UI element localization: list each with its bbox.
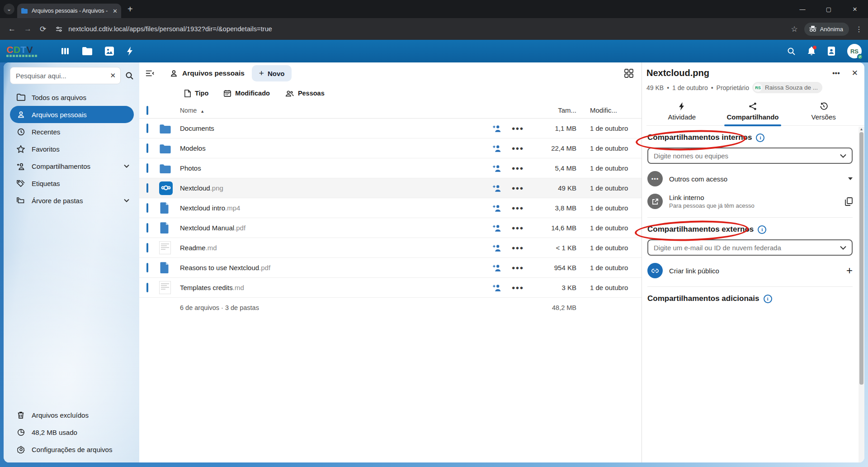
forward-icon[interactable]: →	[24, 24, 32, 33]
cdtv-logo[interactable]: CDTV	[6, 45, 42, 57]
files-app-icon[interactable]	[82, 47, 92, 55]
create-public-link-row[interactable]: Criar link público +	[647, 263, 853, 278]
internal-share-text-input[interactable]	[654, 152, 840, 160]
share-button[interactable]	[487, 144, 507, 152]
row-checkbox[interactable]	[146, 143, 148, 153]
browser-menu-icon[interactable]: ⋮	[855, 25, 863, 33]
others-with-access-row[interactable]: ••• Outros com acesso	[647, 171, 853, 186]
bookmark-star-icon[interactable]: ☆	[791, 24, 797, 34]
table-row[interactable]: Nextcloud.png●●●49 KB1 de outubro	[139, 178, 642, 198]
window-maximize-button[interactable]: ▢	[816, 0, 842, 18]
new-button[interactable]: + Novo	[252, 65, 292, 81]
sidebar-item-shares[interactable]: Compartilhamentos	[10, 157, 134, 175]
table-row[interactable]: Modelos●●●22,4 MB1 de outubro	[139, 138, 642, 158]
chevron-down-icon[interactable]	[124, 164, 129, 168]
add-link-icon[interactable]: +	[846, 264, 853, 277]
share-button[interactable]	[487, 164, 507, 172]
table-row[interactable]: Nextcloud Manual.pdf●●●14,6 MB1 de outub…	[139, 218, 642, 238]
search-icon[interactable]	[125, 71, 134, 80]
sidebar-item-quota[interactable]: 48,2 MB usado	[10, 424, 134, 441]
share-button[interactable]	[487, 224, 507, 232]
table-row[interactable]: Documents●●●1,1 MB1 de outubro	[139, 119, 642, 138]
info-icon[interactable]: i	[758, 225, 766, 234]
row-actions-icon[interactable]: ●●●	[507, 244, 528, 251]
row-actions-icon[interactable]: ●●●	[507, 205, 528, 211]
row-checkbox[interactable]	[146, 203, 148, 213]
file-name[interactable]: Photos	[180, 164, 487, 172]
notifications-bell-icon[interactable]	[807, 47, 816, 56]
row-actions-icon[interactable]: ●●●	[507, 284, 528, 291]
site-info-icon[interactable]	[55, 25, 63, 33]
incognito-badge[interactable]: Anônima	[804, 23, 849, 36]
column-name[interactable]: Nome▲	[180, 107, 487, 114]
share-button[interactable]	[487, 124, 507, 133]
column-modified[interactable]: Modific...	[578, 106, 642, 114]
row-checkbox[interactable]	[146, 243, 148, 253]
url-text[interactable]: nextcloud.cdtiv.local/apps/files/persona…	[68, 25, 272, 33]
sidebar-search-field[interactable]: ✕	[10, 67, 121, 84]
scrollbar-thumb[interactable]	[859, 132, 863, 385]
file-name[interactable]: Nextcloud.png	[180, 184, 487, 192]
file-name[interactable]: Modelos	[180, 144, 487, 152]
sidebar-item-favorites[interactable]: Favoritos	[10, 140, 134, 157]
collapse-sidebar-icon[interactable]	[146, 70, 155, 77]
sidebar-item-tags[interactable]: Etiquetas	[10, 175, 134, 192]
unified-search-icon[interactable]	[787, 47, 796, 56]
select-all-checkbox[interactable]	[146, 106, 148, 115]
tab-search-button[interactable]: ⌄	[4, 4, 14, 14]
sidebar-item-all-files[interactable]: Todos os arquivos	[10, 89, 134, 106]
share-button[interactable]	[487, 283, 507, 292]
share-button[interactable]	[487, 243, 507, 252]
search-input[interactable]	[16, 72, 110, 80]
browser-tab[interactable]: Arquivos pessoais - Arquivos - ✕	[17, 4, 121, 18]
column-size[interactable]: Tam...	[528, 106, 578, 114]
row-actions-icon[interactable]: ●●●	[507, 125, 528, 132]
file-name[interactable]: Documents	[180, 124, 487, 132]
internal-share-input[interactable]	[647, 148, 853, 164]
sidebar-item-personal-files[interactable]: Arquivos pessoais	[10, 106, 134, 123]
share-button[interactable]	[487, 184, 507, 192]
chevron-down-icon[interactable]	[124, 199, 129, 202]
table-row[interactable]: Reasons to use Nextcloud.pdf●●●954 KB1 d…	[139, 258, 642, 278]
sidebar-item-folder-tree[interactable]: Árvore de pastas	[10, 192, 134, 209]
copy-icon[interactable]	[845, 197, 853, 206]
reload-icon[interactable]: ⟳	[40, 24, 46, 34]
tab-close-icon[interactable]: ✕	[113, 8, 118, 14]
owner-pill[interactable]: RS Raissa Souza de ...	[752, 82, 822, 93]
table-row[interactable]: Nextcloud intro.mp4●●●3,8 MB1 de outubro	[139, 198, 642, 218]
dashboard-icon[interactable]	[61, 47, 70, 56]
activity-app-icon[interactable]	[127, 47, 134, 56]
file-name[interactable]: Nextcloud Manual.pdf	[180, 224, 487, 232]
photos-app-icon[interactable]	[105, 47, 114, 56]
row-checkbox[interactable]	[146, 223, 148, 233]
window-minimize-button[interactable]: —	[789, 0, 816, 18]
share-button[interactable]	[487, 204, 507, 212]
external-share-input[interactable]	[647, 239, 853, 256]
clear-search-icon[interactable]: ✕	[110, 71, 116, 80]
row-checkbox[interactable]	[146, 163, 148, 173]
share-button[interactable]	[487, 263, 507, 272]
row-actions-icon[interactable]: ●●●	[507, 264, 528, 271]
sidebar-item-recent[interactable]: Recentes	[10, 123, 134, 140]
grid-view-toggle-icon[interactable]	[624, 69, 633, 78]
new-tab-button[interactable]: +	[127, 4, 133, 14]
sidebar-item-deleted-files[interactable]: Arquivos excluídos	[10, 406, 134, 424]
table-row[interactable]: Readme.md●●●< 1 KB1 de outubro	[139, 238, 642, 258]
details-close-icon[interactable]: ✕	[852, 68, 858, 78]
panel-scrollbar[interactable]: ▲	[859, 127, 864, 462]
tab-versions[interactable]: Versões	[788, 100, 859, 125]
sidebar-item-settings[interactable]: Configurações de arquivos	[10, 441, 134, 458]
window-close-button[interactable]: ✕	[842, 0, 868, 18]
file-name[interactable]: Nextcloud intro.mp4	[180, 204, 487, 212]
breadcrumb[interactable]: Arquivos pessoais	[170, 69, 245, 77]
details-menu-icon[interactable]: •••	[832, 69, 840, 77]
row-checkbox[interactable]	[146, 283, 148, 292]
chevron-down-icon[interactable]	[840, 154, 846, 158]
row-checkbox[interactable]	[146, 183, 148, 193]
filter-type[interactable]: Tipo	[184, 90, 208, 97]
filter-modified[interactable]: Modificado	[224, 90, 270, 97]
tab-sharing[interactable]: Compartilhando	[717, 100, 788, 125]
row-actions-icon[interactable]: ●●●	[507, 224, 528, 231]
row-actions-icon[interactable]: ●●●	[507, 185, 528, 191]
filter-people[interactable]: Pessoas	[285, 90, 325, 97]
